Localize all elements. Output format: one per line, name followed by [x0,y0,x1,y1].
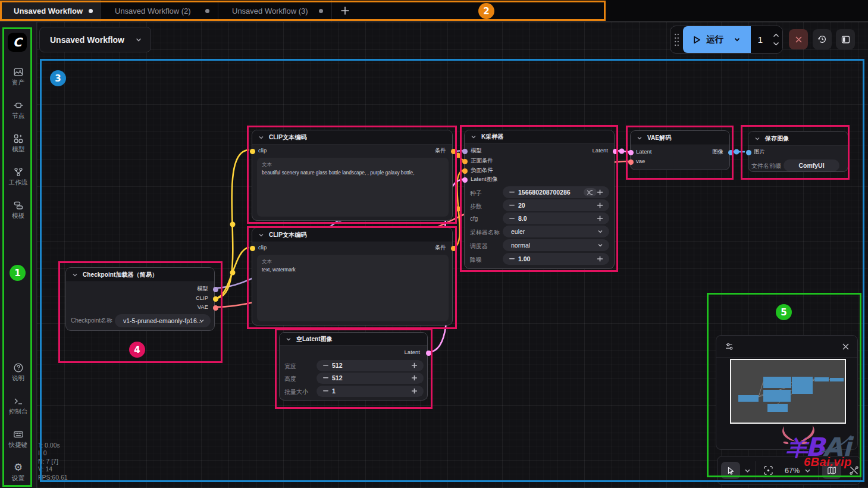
height-stepper[interactable]: 512 [317,373,424,384]
width-stepper[interactable]: 512 [317,360,424,371]
minimap-toggle-button[interactable] [822,462,841,479]
tab-unsaved-workflow-1[interactable]: Unsaved Workflow [0,0,101,21]
cancel-run-button[interactable] [789,29,808,49]
close-icon[interactable] [842,343,850,351]
output-slot-latent[interactable]: Latent [405,349,420,355]
input-slot-negative[interactable]: 负面条件 [471,167,493,174]
link-visibility-icon[interactable] [849,465,859,476]
input-dot-clip[interactable] [250,246,255,251]
output-slot-model[interactable]: 模型 [197,285,208,293]
tab-unsaved-workflow-2[interactable]: Unsaved Workflow (2) [101,0,218,21]
plus-icon[interactable] [597,216,603,221]
sidebar-item-templates[interactable]: 模板 [0,195,36,224]
input-slot-latent[interactable]: Latent [636,148,651,155]
minus-icon[interactable] [509,218,515,219]
node-checkpoint-loader[interactable]: Checkpoint加载器（简易） 模型 CLIP VAE Checkpoint… [65,267,215,331]
batch-count-field[interactable]: 1 [751,26,782,53]
workflow-select-dropdown[interactable]: Unsaved Workflow [39,27,151,52]
tab-unsaved-workflow-3[interactable]: Unsaved Workflow (3) [218,0,332,21]
sidebar-item-assets[interactable]: 资产 [0,62,36,90]
node-vae-decode[interactable]: VAE解码 Latent vae 图像 [630,130,730,170]
history-button[interactable] [813,29,832,49]
input-dot-model[interactable] [462,149,468,154]
output-dot-latent[interactable] [613,149,618,154]
filename-prefix-input[interactable]: ComfyUI [784,159,839,171]
output-dot-cond[interactable] [451,246,456,251]
input-dot-clip[interactable] [250,149,255,154]
sidebar-item-nodes[interactable]: 节点 [0,95,36,124]
denoise-stepper[interactable]: 1.00 [503,253,609,265]
minus-icon[interactable] [509,205,515,206]
drag-handle[interactable] [670,33,683,46]
sidebar-item-shortcuts[interactable]: 快捷键 [0,424,36,453]
sidebar-item-settings[interactable]: ⚙ 设置 [0,458,36,486]
minus-icon[interactable] [323,377,328,378]
checkpoint-name-combo[interactable]: v1-5-pruned-emaonly-fp16... [115,314,211,327]
new-workflow-tab-button[interactable] [332,0,358,21]
plus-icon[interactable] [412,376,417,381]
input-slot-clip[interactable]: clip [258,244,267,251]
zoom-level[interactable]: 67% [785,467,800,475]
output-slot-cond[interactable]: 条件 [435,147,446,155]
input-slot-positive[interactable]: 正面条件 [471,157,493,165]
output-dot-image[interactable] [728,150,734,155]
minus-icon[interactable] [509,192,515,193]
minus-icon[interactable] [509,258,515,259]
spinner-up-icon[interactable] [773,33,779,37]
collapse-chevron-icon[interactable] [637,135,643,141]
node-empty-latent-image[interactable]: 空Latent图像 Latent 宽度 512 高度 512 批量大小 1 [279,332,428,401]
output-dot-latent[interactable] [426,351,431,356]
node-header[interactable]: CLIP文本编码 [252,228,452,242]
sampler-name-combo[interactable]: euler [503,226,609,237]
input-dot-vae[interactable] [628,159,634,165]
node-clip-text-encode-positive[interactable]: CLIP文本编码 clip 条件 文本 beautiful scenery na… [252,130,453,221]
input-slot-latent-image[interactable]: Latent图像 [471,176,497,183]
node-ksampler[interactable]: K采样器 模型 正面条件 负面条件 Latent图像 Latent 种子 156… [464,130,615,269]
sidebar-item-workflows[interactable]: 工作流 [0,162,36,190]
run-button[interactable]: 运行 [683,26,751,53]
output-dot-clip[interactable] [213,296,218,302]
output-dot-model[interactable] [213,287,218,292]
input-dot-image[interactable] [746,150,751,155]
input-dot-positive[interactable] [462,159,468,164]
node-clip-text-encode-negative[interactable]: CLIP文本编码 clip 条件 文本 text, watermark [252,227,453,326]
scheduler-combo[interactable]: normal [503,239,609,251]
chevron-down-icon[interactable] [744,468,751,473]
sidebar-item-console[interactable]: 控制台 [0,391,36,420]
output-slot-vae[interactable]: VAE [198,304,208,310]
seed-stepper[interactable]: 156680208700286 [503,186,609,198]
comfyui-logo[interactable]: C [8,33,27,52]
plus-icon[interactable] [597,256,603,262]
input-slot-model[interactable]: 模型 [471,147,482,155]
sidebar-item-help[interactable]: 说明 [0,358,36,386]
minus-icon[interactable] [323,390,328,392]
chevron-down-icon[interactable] [804,468,811,473]
plus-icon[interactable] [412,389,417,394]
spinner-down-icon[interactable] [773,42,779,46]
cfg-stepper[interactable]: 8.0 [503,212,609,224]
batch-size-stepper[interactable]: 1 [317,386,424,397]
node-header[interactable]: 保存图像 [748,132,848,146]
input-dot-latent-image[interactable] [462,177,468,183]
fit-view-icon[interactable] [763,465,773,476]
node-header[interactable]: VAE解码 [631,131,729,145]
input-slot-vae[interactable]: vae [636,158,645,164]
minus-icon[interactable] [323,365,328,366]
node-save-image[interactable]: 保存图像 图片 文件名前缀 ComfyUI [748,131,848,172]
output-slot-image[interactable]: 图像 [712,148,723,156]
plus-icon[interactable] [597,190,603,195]
steps-stepper[interactable]: 20 [503,199,609,211]
collapse-chevron-icon[interactable] [471,134,477,140]
input-slot-clip[interactable]: clip [258,147,267,154]
node-header[interactable]: Checkpoint加载器（简易） [66,268,214,282]
collapse-chevron-icon[interactable] [754,136,760,142]
randomize-seed-button[interactable] [584,188,597,196]
input-slot-image[interactable]: 图片 [754,148,765,156]
input-dot-latent[interactable] [628,150,634,155]
plus-icon[interactable] [597,203,603,208]
minimap-settings-icon[interactable] [725,342,735,352]
output-slot-clip[interactable]: CLIP [196,295,208,301]
output-slot-latent[interactable]: Latent [593,147,608,154]
node-header[interactable]: K采样器 [465,130,614,143]
plus-icon[interactable] [412,363,417,368]
